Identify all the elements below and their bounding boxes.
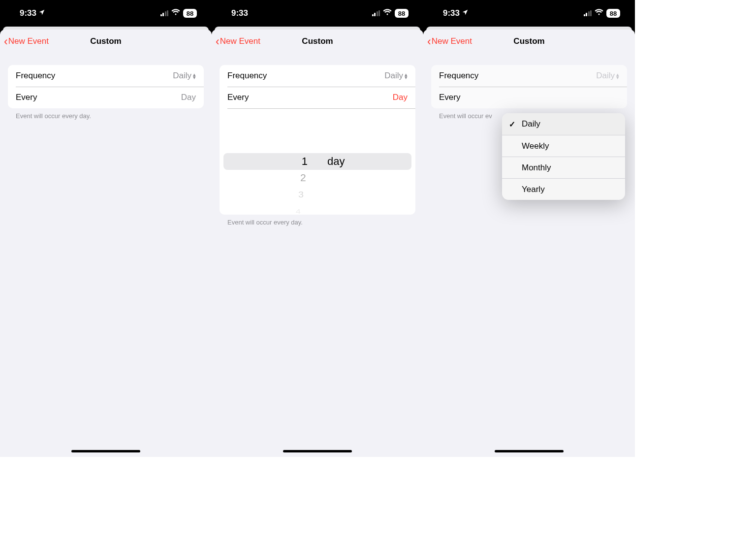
chevron-left-icon: ‹ bbox=[216, 36, 220, 47]
battery-icon: 88 bbox=[183, 9, 197, 18]
modal-sheet: ‹ New Event Custom Frequency Daily ▴▾ Ev… bbox=[212, 30, 423, 457]
picker-number-column[interactable]: 1 2 3 4 bbox=[220, 108, 317, 215]
status-time: 9:33 bbox=[20, 8, 36, 18]
picker-unit-selected[interactable]: day bbox=[317, 153, 415, 170]
menu-label: Yearly bbox=[522, 185, 545, 194]
menu-option-weekly[interactable]: Weekly bbox=[502, 135, 625, 157]
every-row[interactable]: Every Day bbox=[220, 87, 415, 108]
picker-number-option[interactable]: 2 bbox=[221, 170, 315, 186]
menu-label: Monthly bbox=[522, 163, 551, 173]
back-label: New Event bbox=[220, 36, 260, 46]
checkmark-icon: ✓ bbox=[509, 120, 515, 129]
status-time: 9:33 bbox=[231, 8, 248, 18]
back-label: New Event bbox=[8, 36, 49, 46]
frequency-menu: ✓ Daily Weekly Monthly Yearly bbox=[502, 113, 625, 200]
home-indicator[interactable] bbox=[283, 450, 352, 452]
menu-option-daily[interactable]: ✓ Daily bbox=[502, 113, 625, 135]
navigation-bar: ‹ New Event Custom bbox=[0, 30, 212, 53]
footer-text: Event will occur every day. bbox=[8, 108, 204, 120]
settings-group: Frequency Daily ▴▾ Every Day 1 bbox=[220, 65, 415, 215]
picker-number-option[interactable]: 3 bbox=[224, 189, 313, 202]
cellular-icon bbox=[584, 10, 592, 16]
location-icon bbox=[38, 8, 45, 18]
back-button[interactable]: ‹ New Event bbox=[216, 36, 260, 47]
frequency-value: Daily bbox=[596, 71, 615, 81]
wifi-icon bbox=[171, 8, 180, 18]
chevron-left-icon: ‹ bbox=[4, 36, 8, 47]
frequency-row[interactable]: Frequency Daily ▴▾ bbox=[220, 65, 415, 87]
frequency-row[interactable]: Frequency Daily ▴▾ bbox=[431, 65, 627, 87]
menu-option-monthly[interactable]: Monthly bbox=[502, 157, 625, 178]
navigation-bar: ‹ New Event Custom bbox=[212, 30, 423, 53]
settings-group: Frequency Daily ▴▾ Every bbox=[431, 65, 627, 108]
every-label: Every bbox=[16, 93, 37, 102]
picker-number-option[interactable]: 4 bbox=[228, 207, 309, 215]
every-label: Every bbox=[439, 93, 460, 102]
navigation-bar: ‹ New Event Custom bbox=[423, 30, 635, 53]
wifi-icon bbox=[595, 8, 603, 18]
cellular-icon bbox=[372, 10, 380, 16]
frequency-label: Frequency bbox=[439, 71, 478, 81]
status-bar: 9:33 88 bbox=[212, 0, 423, 27]
battery-icon: 88 bbox=[606, 9, 620, 18]
frequency-row[interactable]: Frequency Daily ▴▾ bbox=[8, 65, 204, 87]
status-bar: 9:33 88 bbox=[0, 0, 212, 27]
location-icon bbox=[462, 8, 469, 18]
modal-sheet: ‹ New Event Custom Frequency Daily ▴▾ Ev… bbox=[423, 30, 635, 457]
every-row[interactable]: Every bbox=[431, 87, 627, 108]
every-value: Day bbox=[181, 93, 196, 102]
cellular-icon bbox=[160, 10, 169, 16]
back-button[interactable]: ‹ New Event bbox=[427, 36, 472, 47]
battery-icon: 88 bbox=[395, 9, 409, 18]
back-button[interactable]: ‹ New Event bbox=[4, 36, 49, 47]
phone-screenshot-3: 9:33 88 ‹ New Event Custom Frequency bbox=[423, 0, 635, 457]
chevron-left-icon: ‹ bbox=[427, 36, 431, 47]
picker-number-selected[interactable]: 1 bbox=[220, 153, 317, 170]
updown-chevron-icon: ▴▾ bbox=[616, 73, 619, 79]
picker-unit-column[interactable]: day bbox=[317, 108, 415, 215]
status-bar: 9:33 88 bbox=[423, 0, 635, 27]
updown-chevron-icon: ▴▾ bbox=[405, 73, 408, 79]
frequency-value: Daily bbox=[384, 71, 403, 81]
every-row[interactable]: Every Day bbox=[8, 87, 204, 108]
frequency-label: Frequency bbox=[16, 71, 55, 81]
menu-label: Weekly bbox=[522, 141, 549, 151]
interval-picker[interactable]: 1 2 3 4 day bbox=[220, 108, 415, 215]
phone-screenshot-2: 9:33 88 ‹ New Event Custom Frequency Dai bbox=[212, 0, 423, 457]
home-indicator[interactable] bbox=[495, 450, 564, 452]
menu-option-yearly[interactable]: Yearly bbox=[502, 178, 625, 200]
back-label: New Event bbox=[432, 36, 472, 46]
wifi-icon bbox=[383, 8, 392, 18]
footer-text: Event will occur every day. bbox=[212, 215, 423, 226]
every-value: Day bbox=[393, 93, 408, 102]
frequency-value: Daily bbox=[173, 71, 191, 81]
frequency-label: Frequency bbox=[227, 71, 267, 81]
modal-sheet: ‹ New Event Custom Frequency Daily ▴▾ Ev… bbox=[0, 30, 212, 457]
every-label: Every bbox=[227, 93, 249, 102]
status-time: 9:33 bbox=[443, 8, 460, 18]
menu-label: Daily bbox=[522, 119, 540, 129]
home-indicator[interactable] bbox=[71, 450, 140, 452]
settings-group: Frequency Daily ▴▾ Every Day bbox=[8, 65, 204, 108]
phone-screenshot-1: 9:33 88 ‹ New Event Custom Frequency bbox=[0, 0, 212, 457]
updown-chevron-icon: ▴▾ bbox=[193, 73, 196, 79]
